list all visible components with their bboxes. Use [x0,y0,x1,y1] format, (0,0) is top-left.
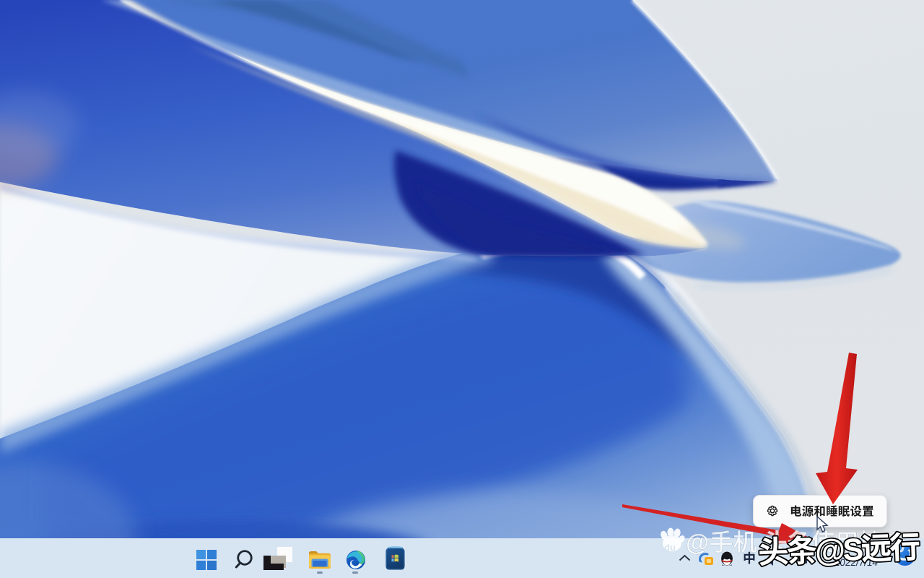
svg-text:@S: @S [814,532,863,568]
